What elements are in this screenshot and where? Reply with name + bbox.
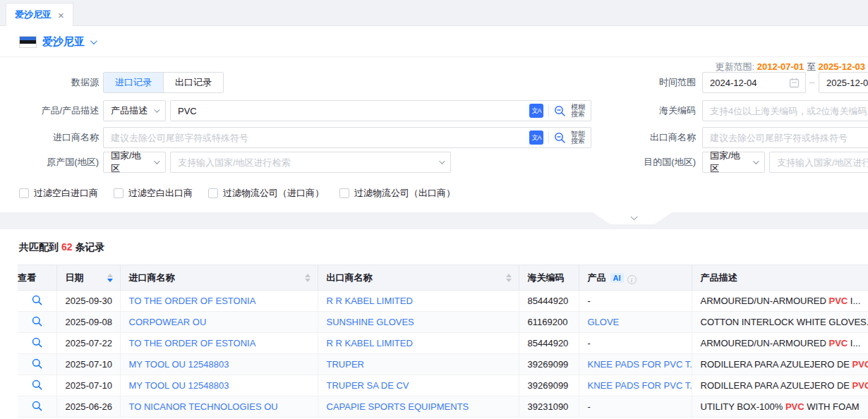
exporter-link[interactable]: TRUPER [327,359,364,370]
magnifier-icon[interactable] [32,401,42,411]
sort-icons[interactable] [107,274,113,282]
view-cell[interactable] [18,291,56,312]
summary-prefix: 共匹配到 [19,241,59,253]
exporter-input[interactable] [703,128,868,147]
result-count: 62 [59,241,76,253]
view-cell[interactable] [18,333,56,354]
origin-label: 原产国(地区) [0,152,99,173]
checkbox-filter-blank-importer[interactable]: 过滤空白进口商 [19,187,98,200]
checkbox-icon[interactable] [208,188,218,198]
hs-code-input[interactable] [703,101,868,121]
checkbox-filter-logistics-importer[interactable]: 过滤物流公司（进口商） [208,187,324,200]
smart-search-toggle[interactable]: 智能搜索 [571,130,585,145]
origin-type-select[interactable]: 国家/地区 [103,152,166,173]
country-header[interactable]: 爱沙尼亚 [19,35,95,49]
tool-separator [548,105,549,116]
importer-link[interactable]: TO THE ORDER OF ESTONIA [129,338,256,348]
exporter-link[interactable]: CAPAPIE SPORTS EQUIPMENTS [327,401,469,412]
filter-checkboxes: 过滤空白进口商 过滤空白出口商 过滤物流公司（进口商） 过滤物流公司（出口商） [19,187,455,200]
sort-asc-icon[interactable] [305,274,311,277]
importer-link[interactable]: CORPOWEAR OU [129,317,207,327]
table-row: 2025-07-22 TO THE ORDER OF ESTONIA R R K… [18,333,868,354]
exporter-box [702,127,868,148]
update-range-end: 2025-12-03 [819,61,866,72]
close-icon[interactable]: × [58,10,64,20]
hs-code-cell: 61169200 [519,312,579,333]
table-row: 2025-07-10 MY TOOL OU 12548803 TRUPER 39… [18,354,868,375]
product-search-tools: 文A 模糊搜索 [529,104,591,118]
sort-icons[interactable] [305,274,311,282]
importer-link[interactable]: TO NICANOR TECHNOLOGIES OU [129,401,278,412]
summary-suffix: 条记录 [76,241,105,253]
translate-icon[interactable]: 文A [529,130,543,145]
col-view: 查看 [18,265,56,291]
date-end-box [819,72,868,93]
date-start-input[interactable] [703,73,789,92]
results-panel: 共匹配到62条记录 查看 日期 进口商名称 出口商名称 海关编码 产品AIi 产… [0,229,868,419]
view-cell[interactable] [18,312,56,333]
exporter-link[interactable]: R R KABEL LIMITED [327,338,413,348]
checkbox-icon[interactable] [19,188,29,198]
sort-asc-icon[interactable] [506,274,512,277]
update-range-label: 更新范围: [716,61,755,72]
magnifier-icon[interactable] [32,358,42,369]
sort-desc-icon[interactable] [305,279,311,282]
exporter-link[interactable]: TRUPER SA DE CV [327,380,409,391]
exporter-link[interactable]: R R KABEL LIMITED [327,296,413,306]
tab-estonia[interactable]: 爱沙尼亚 × [6,3,73,26]
calendar-icon[interactable] [789,78,800,88]
col-exporter[interactable]: 出口商名称 [318,265,519,291]
product-type-select[interactable]: 产品描述 [103,100,166,121]
tab-export-records[interactable]: 出口记录 [164,73,223,92]
col-description: 产品描述 [692,265,868,291]
chevron-down-icon [439,158,445,164]
view-cell[interactable] [18,396,56,418]
destination-type-value: 国家/地区 [710,150,747,175]
importer-link[interactable]: MY TOOL OU 12548803 [129,380,229,391]
importer-link[interactable]: TO THE ORDER OF ESTONIA [129,296,256,306]
table-header-row: 查看 日期 进口商名称 出口商名称 海关编码 产品AIi 产品描述 [18,265,868,291]
sort-desc-icon[interactable] [107,279,113,282]
magnifier-icon[interactable] [32,295,42,305]
product-search-input[interactable] [171,101,529,121]
importer-input[interactable] [104,128,529,147]
product-link[interactable]: KNEE PADS FOR PVC T... [588,380,692,391]
checkbox-filter-logistics-exporter[interactable]: 过滤物流公司（出口商） [339,187,455,200]
sort-icons[interactable] [506,274,512,282]
panel-gap [0,212,868,229]
country-name: 爱沙尼亚 [42,35,85,49]
fuzzy-search-toggle[interactable]: 模糊搜索 [571,104,585,118]
product-link[interactable]: GLOVE [588,317,620,327]
update-range-to-word: 至 [807,61,816,72]
magnifier-icon[interactable] [32,337,42,348]
chevron-down-icon [154,107,159,112]
checkbox-icon[interactable] [114,188,123,198]
destination-type-select[interactable]: 国家/地区 [702,152,765,173]
tab-import-records[interactable]: 进口记录 [104,73,163,92]
view-cell[interactable] [18,354,56,375]
tool-separator [548,132,549,143]
checkbox-filter-blank-exporter[interactable]: 过滤空白出口商 [114,187,193,200]
info-icon[interactable]: i [627,275,637,284]
col-importer[interactable]: 进口商名称 [120,265,318,291]
view-cell[interactable] [18,375,56,396]
fuzzy-search-icon[interactable] [554,105,566,117]
magnifier-icon[interactable] [32,316,42,327]
smart-search-icon[interactable] [554,132,566,144]
destination-label: 目的国(地区) [611,152,696,173]
sort-desc-icon[interactable] [506,279,512,282]
origin-country-input[interactable] [171,152,433,172]
chevron-down-icon [630,213,637,220]
col-date[interactable]: 日期 [56,265,120,291]
magnifier-icon[interactable] [32,379,42,390]
data-source-label: 数据源 [0,72,99,93]
estonia-flag-icon [19,36,37,48]
product-link[interactable]: KNEE PADS FOR PVC T... [588,359,692,370]
date-end-input[interactable] [819,73,868,92]
checkbox-icon[interactable] [339,188,349,198]
sort-asc-icon[interactable] [107,274,113,277]
importer-link[interactable]: MY TOOL OU 12548803 [129,359,229,370]
destination-country-input[interactable] [770,152,868,172]
translate-icon[interactable]: 文A [529,104,543,118]
exporter-link[interactable]: SUNSHINE GLOVES [327,317,414,327]
